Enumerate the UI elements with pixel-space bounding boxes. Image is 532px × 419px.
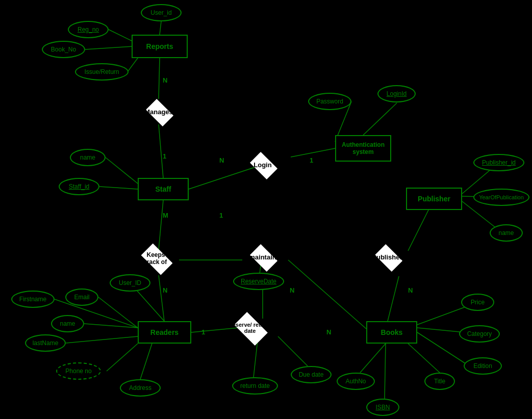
attr-password: Password <box>308 93 351 110</box>
svg-line-12 <box>159 200 163 250</box>
attr-loginid: LoginId <box>377 85 416 102</box>
card-n2: N <box>219 156 224 164</box>
svg-line-7 <box>99 187 138 189</box>
relationship-reservereturn: reserve/ return date <box>224 312 275 343</box>
attr-phone-no: Phone no <box>56 362 101 380</box>
card-1c: 1 <box>219 212 223 219</box>
attr-staff-id: Staff_id <box>59 178 99 195</box>
relationship-keepstrackof: Keeps track of <box>132 244 180 272</box>
entity-authentication: Authentication system <box>335 135 391 162</box>
svg-line-34 <box>408 344 440 373</box>
attr-reg-no: Reg_no <box>68 21 109 38</box>
entity-reports: Reports <box>132 35 188 58</box>
attr-address: Address <box>120 379 161 397</box>
svg-line-11 <box>363 103 397 135</box>
card-n3: N <box>163 286 167 294</box>
entity-books: Books <box>366 321 417 344</box>
attr-user-id: User_id <box>141 4 182 21</box>
svg-line-0 <box>159 58 160 99</box>
attr-issue-return: Issue/Return <box>75 63 129 81</box>
attr-return-date: return date <box>232 377 278 395</box>
attr-name-reader: name <box>51 315 84 332</box>
svg-line-9 <box>291 148 335 157</box>
svg-line-17 <box>84 324 138 328</box>
attr-yearofpub: YearOfPublication <box>473 189 529 206</box>
attr-authno: AuthNo <box>337 373 375 390</box>
entity-publisher: Publisher <box>406 188 462 210</box>
er-diagram: Reports Staff Authentication system Publ… <box>0 0 532 419</box>
svg-line-16 <box>98 297 138 328</box>
card-n4: N <box>290 286 294 294</box>
svg-line-2 <box>160 21 161 35</box>
attr-publisher-id: Publisher_id <box>473 154 524 171</box>
attr-book-no: Book_No <box>42 41 85 58</box>
relationship-maintain: maintain <box>242 244 283 270</box>
card-m: M <box>163 212 168 219</box>
card-1a: 1 <box>163 152 166 160</box>
svg-line-5 <box>128 58 138 72</box>
attr-due-date: Due date <box>291 366 332 383</box>
entity-staff: Staff <box>138 178 189 200</box>
svg-line-19 <box>107 344 138 371</box>
svg-line-13 <box>159 275 164 321</box>
svg-line-25 <box>254 341 258 377</box>
card-1b: 1 <box>310 156 313 164</box>
attr-title: Title <box>424 373 455 390</box>
svg-line-4 <box>85 46 132 49</box>
relationship-manages: Manages <box>138 99 179 124</box>
svg-line-3 <box>109 30 132 41</box>
card-n6: N <box>408 286 413 294</box>
relationship-publishes: Publishes <box>367 244 408 270</box>
attr-firstname: Firstname <box>11 291 55 308</box>
card-n5: N <box>326 328 331 336</box>
attr-category: Category <box>459 325 500 343</box>
attr-name-pub: name <box>490 224 523 242</box>
svg-line-32 <box>360 344 386 373</box>
attr-email: Email <box>65 289 98 306</box>
entity-readers: Readers <box>138 321 191 344</box>
card-1d: 1 <box>201 328 205 336</box>
relationship-login: Login <box>242 152 283 177</box>
attr-reservedate: ReserveDate <box>233 273 284 290</box>
svg-line-20 <box>140 344 152 379</box>
attr-name-staff: name <box>70 149 106 166</box>
svg-line-1 <box>159 124 163 178</box>
attr-user-id2: User_ID <box>110 274 150 292</box>
card-n1: N <box>163 76 167 84</box>
attr-price: Price <box>461 294 494 311</box>
attr-isbn: ISBN <box>366 399 399 416</box>
svg-line-33 <box>385 344 386 399</box>
svg-line-26 <box>278 336 308 366</box>
svg-line-24 <box>288 260 366 329</box>
attr-lastname: lastName <box>25 334 66 352</box>
attr-edition: Edition <box>464 357 502 375</box>
svg-line-6 <box>106 158 138 184</box>
svg-line-18 <box>66 336 138 343</box>
svg-line-27 <box>388 276 399 321</box>
